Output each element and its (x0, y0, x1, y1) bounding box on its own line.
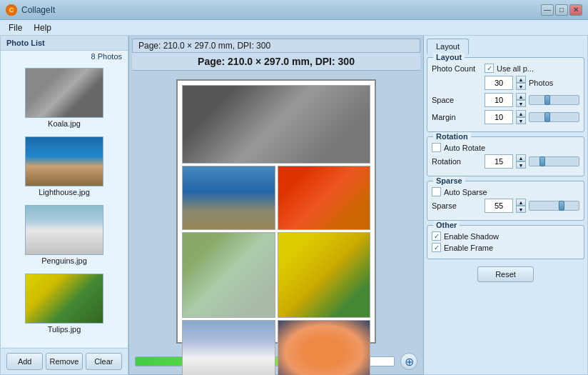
right-panel: Layout Layout Photo Count ✓ Use all p...… (424, 36, 588, 375)
minimize-button[interactable]: — (541, 4, 554, 16)
margin-slider-track[interactable] (529, 112, 579, 122)
margin-slider-thumb (544, 112, 550, 122)
sparse-slider-track[interactable] (529, 201, 579, 211)
menu-help[interactable]: Help (28, 21, 57, 34)
sparse-label: Sparse (432, 201, 482, 210)
auto-sparse-checkbox[interactable] (432, 187, 441, 196)
photo-count-up[interactable]: ▲ (516, 76, 526, 83)
list-item[interactable]: Koala.jpg (4, 65, 125, 131)
layout-content: Photo Count ✓ Use all p... ▲ ▼ Photos Sp… (432, 64, 579, 124)
photo-thumbnail-tulips (25, 274, 103, 324)
auto-sparse-label: Auto Sparse (444, 188, 487, 196)
margin-label: Margin (432, 113, 482, 121)
margin-row: Margin ▲ ▼ (432, 110, 579, 124)
enable-shadow-checkbox[interactable]: ✓ (432, 231, 441, 241)
reset-button[interactable]: Reset (477, 266, 534, 282)
auto-sparse-row: Auto Sparse (432, 187, 579, 196)
photo-count-input[interactable] (485, 76, 513, 90)
other-section: Other ✓ Enable Shadow ✓ Enable Frame (427, 225, 584, 259)
rotation-slider-thumb (539, 156, 545, 166)
tulips-image (26, 274, 103, 323)
rotation-slider-track[interactable] (529, 156, 579, 166)
photo-list-title: Photo List (1, 36, 128, 51)
canvas-title: Page: 210.0 × 297.0 mm, DPI: 300 (132, 53, 420, 71)
rotation-section: Rotation Auto Rotate Rotation ▲ ▼ (427, 136, 584, 176)
auto-rotate-label: Auto Rotate (444, 144, 485, 152)
menu-file[interactable]: File (3, 21, 28, 34)
space-up[interactable]: ▲ (516, 93, 526, 100)
space-down[interactable]: ▼ (516, 100, 526, 107)
enable-shadow-row: ✓ Enable Shadow (432, 231, 579, 241)
title-bar-left: C CollageIt (6, 4, 55, 16)
margin-input[interactable] (485, 110, 513, 124)
title-bar: C CollageIt — □ ✕ (0, 0, 588, 20)
canvas-bottom: ⊕ (132, 351, 420, 371)
zoom-button[interactable]: ⊕ (400, 353, 417, 370)
enable-frame-row: ✓ Enable Frame (432, 243, 579, 252)
photo-thumbnail-lighthouse (25, 136, 103, 186)
photo-list-panel: Photo List 8 Photos Koala.jpg Lighthouse… (0, 36, 128, 375)
use-all-checkbox[interactable]: ✓ (485, 64, 494, 73)
photo-list-scroll: Koala.jpg Lighthouse.jpg Penguins.jpg (1, 62, 128, 348)
canvas-photo-flower (278, 166, 371, 230)
photo-name-lighthouse: Lighthouse.jpg (39, 188, 90, 196)
canvas-photo-koala (182, 85, 370, 164)
sparse-down[interactable]: ▼ (516, 206, 526, 213)
photo-name-tulips: Tulips.jpg (48, 325, 81, 334)
sparse-input[interactable] (485, 199, 513, 213)
margin-down[interactable]: ▼ (516, 117, 526, 124)
rotation-section-label: Rotation (433, 132, 471, 141)
list-item[interactable]: Lighthouse.jpg (4, 134, 125, 199)
canvas-area: Page: 210.0 × 297.0 mm, DPI: 300 Page: 2… (128, 36, 424, 375)
list-item[interactable]: Penguins.jpg (4, 202, 125, 268)
clear-button[interactable]: Clear (86, 353, 122, 370)
sparse-row: Sparse ▲ ▼ (432, 199, 579, 213)
rotation-row: Rotation ▲ ▼ (432, 154, 579, 169)
layout-section-label: Layout (433, 53, 465, 61)
canvas-photo-hydrangea (182, 232, 275, 318)
canvas-photo-jellyfish (278, 320, 371, 376)
remove-button[interactable]: Remove (46, 353, 82, 370)
lighthouse-image (26, 137, 103, 186)
sparse-slider-thumb (559, 201, 564, 211)
app-title: CollageIt (21, 5, 55, 15)
photo-buttons: Add Remove Clear (1, 348, 128, 374)
rotation-input[interactable] (485, 154, 513, 169)
enable-frame-checkbox[interactable]: ✓ (432, 243, 441, 252)
canvas-photo-penguins (182, 320, 275, 376)
sparse-section: Sparse Auto Sparse Sparse ▲ ▼ (427, 181, 584, 221)
photo-count-row: Photo Count ✓ Use all p... (432, 64, 579, 73)
rotation-up[interactable]: ▲ (516, 154, 526, 161)
space-slider-track[interactable] (529, 95, 579, 105)
window-controls: — □ ✕ (541, 4, 582, 16)
photo-count: 8 Photos (1, 51, 128, 62)
close-button[interactable]: ✕ (569, 4, 582, 16)
rotation-down[interactable]: ▼ (516, 161, 526, 169)
tab-layout[interactable]: Layout (427, 39, 469, 54)
photo-thumbnail-koala (25, 68, 103, 118)
list-item[interactable]: Tulips.jpg (4, 271, 125, 336)
auto-rotate-row: Auto Rotate (432, 143, 579, 152)
add-button[interactable]: Add (6, 353, 43, 370)
enable-frame-label: Enable Frame (444, 244, 493, 252)
sparse-up[interactable]: ▲ (516, 199, 526, 206)
penguins-image (26, 206, 103, 254)
rotation-content: Auto Rotate Rotation ▲ ▼ (432, 143, 579, 169)
canvas-wrapper (132, 71, 420, 351)
photo-count-input-row: ▲ ▼ Photos (432, 76, 579, 90)
space-input[interactable] (485, 93, 513, 107)
margin-spinner: ▲ ▼ (516, 110, 526, 124)
photo-name-penguins: Penguins.jpg (41, 256, 87, 265)
space-slider-thumb (544, 95, 550, 105)
space-spinner: ▲ ▼ (516, 93, 526, 107)
auto-rotate-checkbox[interactable] (432, 143, 441, 152)
photo-count-spinner: ▲ ▼ (516, 76, 526, 90)
rotation-label: Rotation (432, 157, 482, 166)
maximize-button[interactable]: □ (555, 4, 568, 16)
space-row: Space ▲ ▼ (432, 93, 579, 107)
main-layout: Photo List 8 Photos Koala.jpg Lighthouse… (0, 36, 588, 375)
photo-list-items: Koala.jpg Lighthouse.jpg Penguins.jpg (1, 62, 128, 348)
photo-count-down[interactable]: ▼ (516, 83, 526, 90)
enable-shadow-label: Enable Shadow (444, 232, 499, 241)
margin-up[interactable]: ▲ (516, 110, 526, 117)
